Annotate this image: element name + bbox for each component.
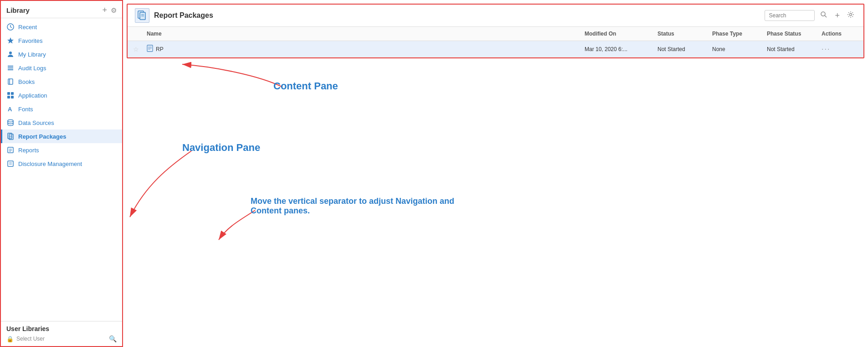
row-document-icon [147, 45, 153, 53]
svg-rect-5 [8, 66, 13, 67]
content-pane-annotation: Content Pane [273, 80, 338, 92]
sidebar-item-books[interactable]: Books [1, 75, 122, 88]
cell-star[interactable]: ☆ [133, 46, 147, 53]
sidebar-header-icons: + ⚙ [102, 5, 117, 15]
sidebar-nav: Recent Favorites My Library Audit Logs [1, 18, 122, 321]
search-button[interactable] [818, 10, 829, 21]
sidebar-item-favorites[interactable]: Favorites [1, 34, 122, 47]
user-search-icon[interactable]: 🔍 [109, 335, 117, 342]
cell-name: RP [147, 45, 585, 53]
svg-text:A: A [8, 106, 12, 113]
star-icon [6, 36, 15, 45]
user-icon [6, 50, 15, 58]
content-header: Report Packages + [128, 5, 863, 27]
sidebar-header: Library + ⚙ [1, 1, 122, 18]
cell-phase-status: Not Started [767, 46, 822, 52]
svg-rect-34 [147, 45, 153, 52]
add-button[interactable]: + [833, 10, 842, 21]
svg-rect-7 [8, 69, 13, 70]
sidebar: Library + ⚙ Recent Favorites My Library [0, 0, 123, 347]
col-header-star [133, 31, 147, 37]
sidebar-item-books-label: Books [18, 78, 35, 85]
col-header-phase-status: Phase Status [767, 31, 822, 37]
sidebar-item-audit-logs[interactable]: Audit Logs [1, 61, 122, 75]
col-header-phase-type: Phase Type [712, 31, 767, 37]
separator-annotation: Move the vertical separator to adjust Na… [251, 197, 478, 216]
svg-rect-11 [11, 92, 14, 95]
sidebar-item-recent[interactable]: Recent [1, 20, 122, 34]
add-icon[interactable]: + [102, 5, 107, 15]
annotation-arrows-svg [123, 62, 868, 347]
sidebar-footer: User Libraries 🔒 Select User 🔍 [1, 321, 122, 346]
cell-actions[interactable]: ··· [822, 45, 858, 53]
select-user-label: Select User [16, 336, 45, 342]
database-icon [6, 119, 15, 127]
sidebar-item-data-sources[interactable]: Data Sources [1, 116, 122, 129]
svg-point-4 [9, 52, 12, 54]
settings-icon[interactable]: ⚙ [111, 6, 117, 15]
sidebar-item-favorites-label: Favorites [18, 37, 42, 44]
font-icon: A [6, 105, 15, 113]
clock-icon [6, 23, 15, 31]
annotation-area: Content Pane Navigation Pane Move the ve… [123, 62, 868, 347]
sidebar-item-reports-label: Reports [18, 147, 39, 154]
sidebar-item-data-sources-label: Data Sources [18, 119, 54, 126]
col-header-status: Status [657, 31, 712, 37]
user-libraries-row: 🔒 Select User 🔍 [6, 335, 117, 342]
table-area: Name Modified On Status Phase Type Phase… [128, 27, 863, 57]
svg-rect-13 [11, 96, 14, 98]
table-header: Name Modified On Status Phase Type Phase… [128, 27, 863, 41]
settings-button[interactable] [845, 10, 856, 21]
cell-status: Not Started [657, 46, 712, 52]
sidebar-item-recent-label: Recent [18, 24, 37, 31]
favorite-star-icon[interactable]: ☆ [133, 46, 139, 53]
sidebar-item-disclosure-management[interactable]: Disclosure Management [1, 157, 122, 171]
svg-point-33 [850, 14, 852, 16]
svg-rect-6 [8, 67, 13, 68]
sidebar-item-application[interactable]: Application [1, 88, 122, 102]
nav-pane-annotation: Navigation Pane [182, 142, 260, 154]
select-user-area: 🔒 Select User [6, 336, 45, 342]
cell-modified-on: Mar 10, 2020 6:... [585, 46, 657, 52]
sidebar-item-disclosure-management-label: Disclosure Management [18, 161, 82, 167]
col-header-name: Name [147, 31, 585, 37]
cell-phase-type: None [712, 46, 767, 52]
content-header-actions: + [765, 10, 856, 21]
sidebar-item-audit-logs-label: Audit Logs [18, 65, 46, 72]
report-packages-header-icon [135, 8, 149, 23]
list-icon [6, 64, 15, 72]
table-row[interactable]: ☆ RP Mar 10, 2020 6:... Not Started None… [128, 41, 863, 57]
content-title: Report Packages [154, 11, 213, 20]
sidebar-item-my-library[interactable]: My Library [1, 47, 122, 61]
col-header-actions: Actions [822, 31, 858, 37]
svg-line-32 [825, 16, 827, 17]
book-icon [6, 78, 15, 86]
svg-rect-8 [8, 79, 13, 84]
sidebar-item-report-packages-label: Report Packages [18, 133, 67, 140]
row-name: RP [156, 46, 164, 52]
user-libraries-title: User Libraries [6, 325, 117, 332]
search-input[interactable] [765, 10, 815, 21]
sidebar-item-fonts[interactable]: A Fonts [1, 102, 122, 116]
lock-icon: 🔒 [6, 336, 14, 342]
svg-line-2 [10, 27, 12, 28]
content-title-area: Report Packages [135, 8, 213, 23]
main-area: Report Packages + Name Modified On Statu… [123, 0, 868, 347]
svg-marker-3 [7, 37, 14, 44]
sidebar-title: Library [6, 6, 30, 14]
svg-rect-12 [7, 96, 10, 98]
svg-rect-24 [8, 161, 13, 166]
application-icon [6, 91, 15, 99]
sidebar-item-report-packages[interactable]: Report Packages [1, 129, 122, 143]
sidebar-item-my-library-label: My Library [18, 51, 46, 58]
col-header-modified-on: Modified On [585, 31, 657, 37]
svg-point-31 [821, 12, 825, 16]
sidebar-item-reports[interactable]: Reports [1, 143, 122, 157]
report-packages-icon [6, 132, 15, 140]
svg-point-15 [8, 120, 13, 122]
disclosure-icon [6, 160, 15, 168]
more-actions-button[interactable]: ··· [822, 45, 830, 53]
sidebar-item-application-label: Application [18, 92, 47, 99]
sidebar-item-fonts-label: Fonts [18, 106, 33, 113]
reports-icon [6, 146, 15, 154]
